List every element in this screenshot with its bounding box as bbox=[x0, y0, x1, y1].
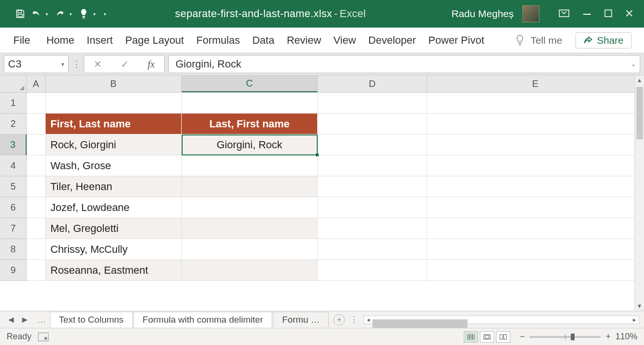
tab-review[interactable]: Review bbox=[287, 34, 321, 47]
cell[interactable]: Tiler, Heenan bbox=[46, 176, 182, 197]
table-header-cell[interactable]: First, Last name bbox=[46, 114, 182, 134]
cell[interactable] bbox=[318, 114, 427, 134]
tab-developer[interactable]: Developer bbox=[368, 34, 416, 47]
tell-me[interactable]: Tell me bbox=[515, 35, 562, 46]
tab-insert[interactable]: Insert bbox=[87, 34, 113, 47]
cell[interactable] bbox=[27, 197, 46, 218]
cell[interactable]: Mel, Gregoletti bbox=[46, 218, 182, 239]
row-header[interactable]: 8 bbox=[0, 239, 27, 260]
cell[interactable] bbox=[27, 93, 46, 114]
sheet-ellipsis[interactable]: … bbox=[33, 315, 50, 325]
sheet-nav[interactable]: ◄► bbox=[3, 315, 33, 325]
row-header[interactable]: 2 bbox=[0, 114, 27, 134]
col-header-d[interactable]: D bbox=[318, 76, 427, 92]
ribbon-options-icon[interactable] bbox=[558, 9, 570, 19]
zoom-out-icon[interactable]: − bbox=[520, 332, 525, 342]
cell[interactable] bbox=[427, 176, 644, 197]
cell[interactable] bbox=[427, 218, 644, 239]
cell[interactable] bbox=[427, 155, 644, 176]
cell[interactable] bbox=[182, 155, 318, 176]
cell[interactable]: Chrissy, McCully bbox=[46, 239, 182, 260]
vertical-scrollbar[interactable]: ▲ ▼ bbox=[634, 76, 644, 311]
cell[interactable] bbox=[318, 93, 427, 114]
cell[interactable] bbox=[318, 239, 427, 260]
undo-icon[interactable] bbox=[29, 7, 43, 20]
view-page-break-icon[interactable] bbox=[496, 331, 510, 343]
row-header[interactable]: 3 bbox=[0, 134, 27, 155]
cell[interactable] bbox=[427, 93, 644, 114]
cell[interactable] bbox=[27, 260, 46, 281]
tab-home[interactable]: Home bbox=[46, 34, 74, 47]
row-header[interactable]: 1 bbox=[0, 93, 27, 114]
cell[interactable] bbox=[318, 218, 427, 239]
tab-file[interactable]: File bbox=[13, 34, 30, 47]
cancel-formula-icon[interactable]: ✕ bbox=[94, 58, 102, 70]
tab-data[interactable]: Data bbox=[252, 34, 274, 47]
zoom-slider[interactable] bbox=[529, 336, 601, 338]
cell[interactable] bbox=[427, 134, 644, 155]
cell[interactable]: Wash, Grose bbox=[46, 155, 182, 176]
user-account[interactable]: Radu Megheș bbox=[451, 5, 539, 22]
scroll-thumb[interactable] bbox=[372, 319, 468, 328]
sheet-tab[interactable]: Text to Columns bbox=[50, 312, 133, 327]
scroll-down-icon[interactable]: ▼ bbox=[637, 301, 643, 311]
save-icon[interactable] bbox=[13, 7, 27, 20]
scroll-right-icon[interactable]: ► bbox=[630, 317, 639, 323]
cell[interactable] bbox=[46, 93, 182, 114]
col-header-e[interactable]: E bbox=[427, 76, 644, 92]
cell[interactable] bbox=[318, 260, 427, 281]
view-normal-icon[interactable] bbox=[464, 331, 478, 343]
cell[interactable]: Rock, Giorgini bbox=[46, 134, 182, 155]
lightbulb-dropdown-icon[interactable]: ▾ bbox=[93, 11, 98, 17]
col-header-b[interactable]: B bbox=[46, 76, 182, 92]
cell[interactable] bbox=[27, 218, 46, 239]
row-header[interactable]: 4 bbox=[0, 155, 27, 176]
tab-page-layout[interactable]: Page Layout bbox=[125, 34, 184, 47]
cell-selected[interactable]: Giorgini, Rock bbox=[182, 134, 318, 155]
name-box[interactable]: C3 ▼ bbox=[4, 55, 68, 73]
cell[interactable] bbox=[427, 114, 644, 134]
formula-expand-icon[interactable]: ⌄ bbox=[631, 61, 636, 67]
horizontal-scrollbar[interactable]: ◄ ► bbox=[363, 316, 639, 324]
select-all-corner[interactable] bbox=[0, 76, 27, 92]
sheet-next-icon[interactable]: ► bbox=[20, 315, 29, 325]
sheet-menu-icon[interactable]: ⋮ bbox=[350, 314, 359, 325]
zoom-in-icon[interactable]: + bbox=[605, 332, 611, 342]
chevron-down-icon[interactable]: ▼ bbox=[60, 62, 65, 67]
cell[interactable] bbox=[182, 197, 318, 218]
sheet-tab[interactable]: Formu … bbox=[273, 312, 329, 327]
close-icon[interactable] bbox=[625, 9, 634, 19]
share-button[interactable]: Share bbox=[576, 32, 632, 48]
fx-icon[interactable]: fx bbox=[148, 59, 155, 70]
row-header[interactable]: 9 bbox=[0, 260, 27, 281]
scroll-up-icon[interactable]: ▲ bbox=[637, 76, 643, 85]
cell[interactable] bbox=[318, 197, 427, 218]
row-header[interactable]: 5 bbox=[0, 176, 27, 197]
maximize-icon[interactable] bbox=[604, 9, 613, 19]
sheet-prev-icon[interactable]: ◄ bbox=[7, 315, 16, 325]
sheet-tab[interactable]: Formula with comma delimiter bbox=[134, 312, 272, 327]
tab-power-pivot[interactable]: Power Pivot bbox=[429, 34, 484, 47]
cell[interactable]: Jozef, Lowdeane bbox=[46, 197, 182, 218]
add-sheet-button[interactable]: + bbox=[333, 314, 345, 326]
table-header-cell[interactable]: Last, First name bbox=[182, 114, 318, 134]
cell[interactable] bbox=[27, 134, 46, 155]
macro-recording-icon[interactable] bbox=[38, 333, 49, 341]
cell[interactable] bbox=[182, 218, 318, 239]
view-page-layout-icon[interactable] bbox=[480, 331, 494, 343]
cell[interactable] bbox=[427, 260, 644, 281]
zoom-value[interactable]: 110% bbox=[615, 332, 637, 342]
cell[interactable] bbox=[427, 197, 644, 218]
col-header-c[interactable]: C bbox=[182, 76, 318, 92]
formula-input[interactable]: Giorgini, Rock ⌄ bbox=[168, 55, 640, 73]
enter-formula-icon[interactable]: ✓ bbox=[121, 58, 129, 70]
redo-dropdown-icon[interactable]: ▾ bbox=[69, 11, 74, 17]
row-header[interactable]: 6 bbox=[0, 197, 27, 218]
cell[interactable] bbox=[27, 176, 46, 197]
cell[interactable] bbox=[182, 239, 318, 260]
undo-dropdown-icon[interactable]: ▾ bbox=[46, 11, 50, 17]
cell[interactable] bbox=[427, 239, 644, 260]
scroll-left-icon[interactable]: ◄ bbox=[364, 317, 372, 323]
col-header-a[interactable]: A bbox=[27, 76, 46, 92]
cell[interactable] bbox=[27, 155, 46, 176]
